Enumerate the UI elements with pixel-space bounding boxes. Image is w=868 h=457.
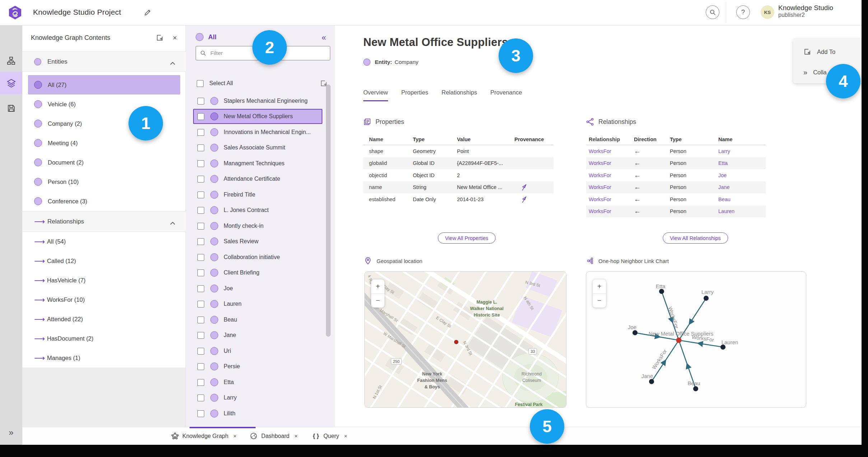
- sidebar-item-called[interactable]: ⟶ Called (12): [28, 251, 180, 271]
- sidebar-item-hasdocument[interactable]: ⟶ HasDocument (2): [28, 329, 180, 348]
- list-item[interactable]: Beau: [193, 312, 322, 327]
- chevron-up-icon[interactable]: [170, 60, 175, 63]
- list-item[interactable]: Staplers Mechanical Engineering: [193, 93, 322, 109]
- list-item[interactable]: Larry: [193, 390, 322, 405]
- checkbox[interactable]: [197, 129, 204, 136]
- zoom-out-button[interactable]: −: [371, 294, 384, 308]
- collapse-panel-icon[interactable]: «: [322, 34, 326, 42]
- checkbox[interactable]: [197, 144, 204, 151]
- checkbox[interactable]: [197, 113, 204, 120]
- entity-link[interactable]: Beau: [718, 197, 766, 202]
- list-item[interactable]: Lauren: [193, 296, 322, 311]
- sidebar-item-manages[interactable]: ⟶ Manages (1): [28, 348, 180, 368]
- list-item-selected[interactable]: New Metal Office Suppliers: [193, 109, 322, 124]
- link-chart-tool-icon[interactable]: [0, 50, 22, 72]
- expand-strip-icon[interactable]: »: [0, 425, 22, 440]
- sidebar-item-relationships-all[interactable]: ⟶ All (54): [28, 232, 180, 251]
- close-tab-icon[interactable]: ×: [294, 433, 298, 439]
- sidebar-item-person[interactable]: Person (10): [28, 172, 180, 191]
- checkbox[interactable]: [197, 285, 204, 292]
- close-tab-icon[interactable]: ×: [233, 433, 237, 439]
- list-item[interactable]: Managment Techniques: [193, 156, 322, 171]
- zoom-out-button[interactable]: −: [593, 294, 606, 308]
- checkbox[interactable]: [197, 207, 204, 214]
- relationship-link[interactable]: WorksFor: [586, 208, 634, 214]
- sidebar-item-conference[interactable]: Conference (3): [28, 191, 180, 211]
- provenance-flag-icon[interactable]: [521, 196, 527, 203]
- relationship-link[interactable]: WorksFor: [586, 184, 634, 190]
- tab-properties[interactable]: Properties: [401, 89, 428, 101]
- list-item[interactable]: Jane: [193, 328, 322, 343]
- list-item[interactable]: Uri: [193, 343, 322, 359]
- checkbox[interactable]: [197, 301, 204, 308]
- tab-provenance[interactable]: Provenance: [490, 89, 522, 101]
- zoom-in-button[interactable]: +: [371, 280, 384, 294]
- list-item[interactable]: Client Briefing: [193, 265, 322, 280]
- sidebar-item-entities-all[interactable]: All (27): [28, 75, 180, 94]
- checkbox[interactable]: [197, 332, 204, 339]
- close-panel-icon[interactable]: ×: [171, 33, 179, 42]
- entity-link[interactable]: Etta: [718, 160, 766, 166]
- list-item[interactable]: Lilith: [193, 406, 322, 421]
- user-avatar[interactable]: KS: [761, 5, 774, 19]
- tab-overview[interactable]: Overview: [363, 89, 388, 101]
- checkbox[interactable]: [197, 160, 204, 167]
- checkbox[interactable]: [197, 191, 204, 198]
- list-item[interactable]: Attendance Certificate: [193, 171, 322, 186]
- view-all-properties-button[interactable]: View All Properties: [438, 232, 496, 244]
- tab-query[interactable]: { } Query ×: [312, 432, 347, 440]
- add-to-menu-item[interactable]: Add To: [803, 48, 835, 56]
- relationship-link[interactable]: WorksFor: [586, 172, 634, 178]
- search-button[interactable]: [706, 5, 719, 19]
- zoom-in-button[interactable]: +: [593, 280, 606, 294]
- entity-link[interactable]: Joe: [718, 172, 766, 178]
- list-item[interactable]: Innovations in Mechanical Engin...: [193, 125, 322, 140]
- checkbox[interactable]: [197, 363, 204, 370]
- entities-section-header[interactable]: Entities: [22, 51, 186, 72]
- save-tool-icon[interactable]: [0, 97, 22, 119]
- sidebar-item-attended[interactable]: ⟶ Attended (22): [28, 309, 180, 329]
- sidebar-item-hasvehicle[interactable]: ⟶ HasVehicle (7): [28, 271, 180, 290]
- entity-link[interactable]: Larry: [718, 148, 766, 154]
- entity-link[interactable]: Jane: [718, 184, 766, 190]
- relationship-link[interactable]: WorksFor: [586, 148, 634, 154]
- list-item[interactable]: Firebird Title: [193, 187, 322, 202]
- checkbox[interactable]: [197, 223, 204, 230]
- sidebar-item-meeting[interactable]: Meeting (4): [28, 133, 180, 153]
- tab-relationships[interactable]: Relationships: [442, 89, 477, 101]
- list-item[interactable]: L. Jones Contract: [193, 203, 322, 218]
- geospatial-map[interactable]: W Clay St N 3rd St N 4th St Maggie L. Wa…: [364, 271, 566, 408]
- list-item[interactable]: Joe: [193, 281, 322, 296]
- checkbox[interactable]: [197, 410, 204, 417]
- checkbox[interactable]: [197, 98, 204, 105]
- checkbox[interactable]: [197, 317, 204, 323]
- layers-tool-icon[interactable]: [0, 72, 22, 94]
- checkbox[interactable]: [197, 176, 204, 183]
- help-button[interactable]: ?: [736, 5, 750, 19]
- checkbox[interactable]: [197, 379, 204, 386]
- checkbox[interactable]: [197, 254, 204, 261]
- relationship-link[interactable]: WorksFor: [586, 160, 634, 166]
- list-scrollbar[interactable]: [326, 84, 331, 337]
- app-logo-icon[interactable]: [8, 5, 22, 20]
- relationship-link[interactable]: WorksFor: [586, 197, 634, 202]
- list-item[interactable]: Etta: [193, 375, 322, 390]
- entity-link[interactable]: Lauren: [718, 208, 766, 214]
- edit-title-icon[interactable]: [144, 9, 151, 17]
- chevron-up-icon[interactable]: [170, 220, 175, 223]
- tab-dashboard[interactable]: Dashboard ×: [250, 432, 298, 440]
- checkbox[interactable]: [197, 269, 204, 276]
- provenance-flag-icon[interactable]: [521, 184, 527, 191]
- sidebar-item-worksfor[interactable]: ⟶ WorksFor (10): [28, 290, 180, 309]
- link-chart[interactable]: Etta Larry Joe Lauren Jane Beau New Meta…: [586, 271, 806, 408]
- view-all-relationships-button[interactable]: View All Relationships: [663, 232, 728, 244]
- add-to-new-icon[interactable]: [155, 33, 164, 42]
- sidebar-item-document[interactable]: Document (2): [28, 153, 180, 172]
- list-item[interactable]: Montly check-in: [193, 218, 322, 234]
- list-item[interactable]: Persie: [193, 359, 322, 374]
- user-info[interactable]: Knowledge Studio publisher2: [778, 4, 833, 18]
- list-item[interactable]: Collaboration initiative: [193, 250, 322, 265]
- checkbox[interactable]: [197, 348, 204, 355]
- select-all-checkbox[interactable]: [197, 80, 204, 87]
- collapse-menu-item[interactable]: » Colla: [803, 68, 827, 77]
